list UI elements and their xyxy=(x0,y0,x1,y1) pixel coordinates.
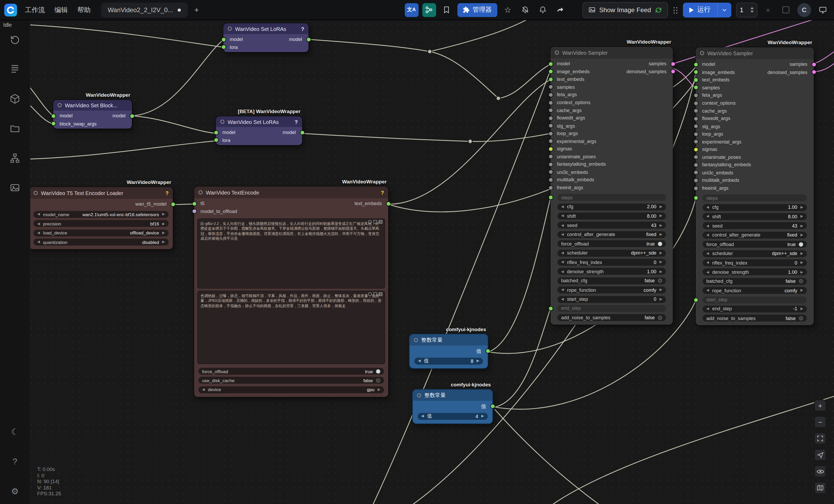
input-port[interactable]: cache_args xyxy=(700,107,809,115)
port-dot[interactable] xyxy=(549,62,552,66)
input-port[interactable]: fantasytalking_embeds xyxy=(555,160,668,168)
run-options-dropdown[interactable] xyxy=(717,2,731,17)
input-port[interactable]: flowedit_args xyxy=(555,114,668,122)
port-dot[interactable] xyxy=(549,147,552,151)
port-dot[interactable] xyxy=(549,93,552,97)
toggle-indicator[interactable] xyxy=(658,242,662,246)
port-dot[interactable] xyxy=(549,85,552,89)
workflow-tab[interactable]: WanVideo2_2_I2V_0... xyxy=(101,2,188,17)
increment-icon[interactable]: ▶ xyxy=(659,233,662,236)
increment-icon[interactable]: ▶ xyxy=(162,231,165,235)
increment-icon[interactable]: ▶ xyxy=(800,224,803,228)
input-port[interactable]: slg_args xyxy=(700,122,809,130)
increment-icon[interactable]: ▶ xyxy=(659,214,662,218)
widget-row[interactable]: ◀ batched_cfg false ▶ xyxy=(703,278,807,284)
decrement-icon[interactable]: ◀ xyxy=(561,205,564,208)
increment-icon[interactable]: ▶ xyxy=(800,307,803,311)
toggle-indicator[interactable] xyxy=(658,316,662,320)
custom-nodes-button[interactable] xyxy=(9,153,20,164)
input-port[interactable]: flowedit_args xyxy=(700,115,809,122)
node-header[interactable]: WanVideo Set Block... xyxy=(53,100,132,111)
decrement-icon[interactable]: ◀ xyxy=(706,233,709,237)
increment-icon[interactable]: ▶ xyxy=(800,215,803,218)
decrement-icon[interactable]: ◀ xyxy=(561,251,564,255)
batch-count-stepper[interactable] xyxy=(750,7,753,13)
output-port[interactable]: wan_t5_model xyxy=(34,200,168,208)
new-workflow-button[interactable]: + xyxy=(189,5,204,14)
widget-row[interactable]: ◀ control_after_generate fixed ▶ xyxy=(703,231,807,238)
input-port[interactable]: model_to_offload xyxy=(199,207,383,215)
decrement-icon[interactable]: ◀ xyxy=(706,307,709,311)
port-dot[interactable] xyxy=(549,108,552,112)
help-icon[interactable]: ? xyxy=(301,26,304,32)
input-port[interactable]: loop_args xyxy=(555,130,668,137)
increment-icon[interactable]: ▶ xyxy=(659,298,662,301)
minimap-button[interactable] xyxy=(814,482,826,494)
node-wanvideo-set-loras-top[interactable]: WanVideo Set LoRAs ? model lora model xyxy=(223,23,309,52)
port-dot[interactable] xyxy=(694,179,698,182)
port-dot[interactable] xyxy=(214,131,218,134)
widget-row[interactable]: ◀ device gpu ▶ xyxy=(198,386,384,393)
port-dot[interactable] xyxy=(694,155,698,159)
port-dot[interactable] xyxy=(192,210,196,213)
increment-icon[interactable]: ▶ xyxy=(659,251,662,255)
toggle-indicator[interactable] xyxy=(376,379,380,383)
increment-icon[interactable]: ▶ xyxy=(477,360,479,363)
port-dot[interactable] xyxy=(694,63,698,66)
toggle-indicator[interactable] xyxy=(799,316,803,320)
port-dot[interactable] xyxy=(694,101,698,105)
theme-toggle-button[interactable]: ☾ xyxy=(9,427,20,437)
collapse-icon[interactable] xyxy=(555,50,559,55)
collapse-icon[interactable] xyxy=(414,338,418,342)
converted-input-dot[interactable] xyxy=(694,298,698,301)
input-port[interactable]: freeinit_args xyxy=(555,184,668,191)
widget-row[interactable]: ◀ rope_function comfy ▶ xyxy=(557,287,666,293)
help-icon[interactable]: ? xyxy=(295,119,298,124)
menubar-item[interactable]: 编辑 xyxy=(50,0,72,20)
port-dot[interactable] xyxy=(694,171,698,175)
manager-button[interactable]: 管理器 xyxy=(457,3,497,17)
port-dot[interactable] xyxy=(549,178,552,182)
increment-icon[interactable]: ▶ xyxy=(659,260,662,264)
widget-row[interactable]: ◀ denoise_strength 1.00 ▶ xyxy=(703,269,807,275)
decrement-icon[interactable]: ◀ xyxy=(706,270,709,274)
input-port[interactable]: uni3c_embeds xyxy=(555,168,668,176)
increment-icon[interactable]: ▶ xyxy=(800,289,803,292)
node-wanvideo-set-loras-beta[interactable]: [BETA] WanVideoWrapper WanVideo Set LoRA… xyxy=(216,116,302,145)
input-port[interactable]: unianimate_poses xyxy=(700,153,809,161)
menubar-item[interactable]: 工作流 xyxy=(20,0,50,20)
increment-icon[interactable]: ▶ xyxy=(481,415,484,418)
decrement-icon[interactable]: ◀ xyxy=(37,240,40,244)
port-dot[interactable] xyxy=(171,203,175,206)
input-port[interactable]: loop_args xyxy=(700,130,809,138)
port-dot[interactable] xyxy=(694,132,698,136)
widget-row[interactable]: ◀ end_step -1 ▶ xyxy=(703,305,807,313)
reroute-dot[interactable] xyxy=(468,139,473,143)
input-port[interactable]: text_embeds xyxy=(555,75,668,83)
output-port[interactable]: denoised_samples xyxy=(555,68,668,75)
widget-row[interactable]: ◀ 值 8 ▶ xyxy=(414,358,483,364)
batch-count-input[interactable]: 1 xyxy=(736,2,757,17)
decrement-icon[interactable]: ◀ xyxy=(561,298,564,301)
input-port[interactable]: context_options xyxy=(700,99,809,107)
port-dot[interactable] xyxy=(486,349,490,353)
node-wanvideo-sampler-1[interactable]: WanVideoWrapper WanVideo Sampler model i… xyxy=(550,47,673,325)
widget-row[interactable]: ◀ force_offload true ▶ xyxy=(198,368,384,375)
input-port[interactable]: samples xyxy=(700,84,809,91)
node-wanvideo-textencode[interactable]: WanVideoWrapper WanVideo TextEncode ? t5… xyxy=(194,187,388,397)
port-dot[interactable] xyxy=(221,45,225,49)
input-port[interactable]: uni3c_embeds xyxy=(700,169,809,177)
widget-row[interactable]: ◀ start_step ▶ xyxy=(703,296,807,303)
workflows-button[interactable] xyxy=(9,123,20,134)
increment-icon[interactable] xyxy=(750,7,753,9)
output-port[interactable]: samples xyxy=(555,60,668,68)
settings-button[interactable]: ⚙ xyxy=(9,486,20,497)
collapse-icon[interactable] xyxy=(228,27,232,31)
comfyui-logo[interactable] xyxy=(4,3,17,16)
widget-row[interactable]: ◀ batched_cfg false ▶ xyxy=(557,277,666,284)
decrement-icon[interactable]: ◀ xyxy=(561,260,564,264)
node-header[interactable]: WanVideo Set LoRAs ? xyxy=(216,116,302,127)
zoom-out-button[interactable]: − xyxy=(814,416,826,428)
input-port[interactable]: lora xyxy=(221,136,297,144)
port-dot[interactable] xyxy=(491,404,495,408)
